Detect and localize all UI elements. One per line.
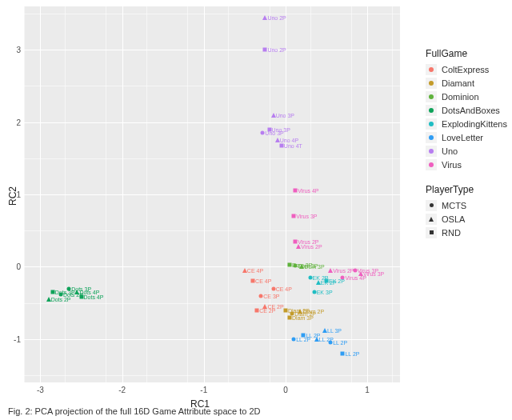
- legend-item-game: DotsAndBoxes: [426, 103, 507, 117]
- data-point: [262, 15, 267, 20]
- data-point: [263, 48, 267, 52]
- data-point: [294, 239, 298, 243]
- data-point: [308, 275, 312, 279]
- data-point: [341, 351, 345, 355]
- legend-item-playertype: MCTS: [426, 198, 507, 212]
- data-point-label: Uno 4T: [284, 142, 302, 148]
- data-point-label: Dots 4P: [84, 294, 104, 300]
- x-tick: 1: [365, 386, 370, 394]
- data-point-label: LL 2P: [345, 350, 359, 356]
- data-point-label: Uno 3P: [272, 126, 290, 132]
- legend-playertype-title: PlayerType: [426, 184, 507, 195]
- x-tick: 0: [283, 386, 288, 394]
- data-point: [322, 328, 327, 333]
- data-point: [46, 297, 51, 302]
- legend-item-game: Diamant: [426, 76, 507, 90]
- chart-figure: RC2 Uno 2PUno 2PUno 3PUno 3PUno 3PUno 4P…: [0, 0, 512, 420]
- data-point-label: Uno 4P: [280, 138, 298, 143]
- data-point: [292, 214, 296, 218]
- data-point: [294, 189, 298, 193]
- y-tick: 2: [10, 118, 21, 126]
- data-point: [259, 294, 263, 298]
- data-point: [251, 279, 255, 283]
- data-point: [296, 244, 301, 249]
- data-point-label: Virus 4P: [298, 188, 318, 194]
- data-point: [288, 262, 292, 266]
- data-point: [294, 263, 298, 267]
- data-point: [255, 308, 259, 312]
- data-point: [314, 337, 319, 342]
- data-point: [283, 308, 287, 312]
- data-point: [67, 286, 71, 290]
- legend-item-game: ColtExpress: [426, 62, 507, 76]
- legend-item-game: Virus: [426, 158, 507, 171]
- data-point: [79, 295, 83, 299]
- x-tick: -3: [37, 386, 44, 394]
- data-point-label: EK 3P: [317, 290, 333, 295]
- data-point: [298, 309, 302, 314]
- x-tick: -1: [200, 386, 207, 394]
- data-point-label: LL 3P: [327, 327, 342, 333]
- legend-item-playertype: OSLA: [426, 212, 507, 226]
- data-point-label: Virus 3P: [296, 214, 317, 219]
- data-point: [288, 315, 292, 319]
- data-point-label: Virus 2P: [301, 244, 322, 250]
- data-point: [74, 290, 79, 294]
- legend-item-game: Dominion: [426, 90, 507, 103]
- data-point-label: CE 4P: [276, 286, 292, 291]
- plot-area: Uno 2PUno 2PUno 3PUno 3PUno 3PUno 4PUno …: [24, 6, 400, 382]
- legend-item-game: LoveLetter: [426, 130, 507, 144]
- data-point: [328, 268, 333, 273]
- data-point: [353, 268, 357, 272]
- data-point: [329, 341, 333, 345]
- data-point: [242, 268, 247, 273]
- data-point: [271, 286, 275, 290]
- data-point-label: Diam 2P: [302, 309, 324, 314]
- data-point: [50, 290, 54, 294]
- data-point-label: Virus 3P: [363, 271, 384, 277]
- data-point-label: CE 4P: [247, 267, 263, 273]
- data-point: [271, 113, 276, 118]
- data-point: [58, 292, 62, 296]
- y-tick: 3: [10, 46, 21, 54]
- y-tick: 1: [10, 190, 21, 199]
- figure-caption: Fig. 2: PCA projection of the full 16D G…: [8, 406, 261, 416]
- y-tick: 0: [10, 262, 21, 271]
- data-point: [267, 127, 271, 131]
- data-point: [341, 275, 345, 279]
- y-tick: -1: [10, 334, 21, 343]
- data-point: [299, 264, 304, 269]
- data-point: [302, 334, 306, 338]
- data-point: [312, 290, 316, 294]
- legend: FullGame ColtExpressDiamantDominionDotsA…: [426, 48, 507, 239]
- data-point-label: Dots 4P: [79, 290, 99, 295]
- data-point-label: Dots 2P: [51, 297, 71, 302]
- data-point: [316, 280, 321, 285]
- data-point-label: EK 2P: [321, 280, 337, 286]
- legend-item-game: Uno: [426, 144, 507, 158]
- data-point: [261, 131, 265, 135]
- data-point: [262, 304, 267, 309]
- x-tick: -2: [118, 386, 126, 394]
- legend-game-title: FullGame: [426, 48, 507, 59]
- data-point-label: CE 3P: [263, 293, 279, 298]
- data-point: [275, 138, 280, 142]
- legend-item-game: ExplodingKittens: [426, 117, 507, 130]
- data-point-label: Uno 2P: [267, 14, 286, 20]
- data-point-label: LL 2P: [333, 340, 347, 346]
- data-point: [279, 143, 283, 147]
- data-point: [325, 279, 329, 283]
- data-point: [358, 271, 363, 276]
- legend-item-playertype: RND: [426, 226, 507, 239]
- data-point: [292, 337, 296, 341]
